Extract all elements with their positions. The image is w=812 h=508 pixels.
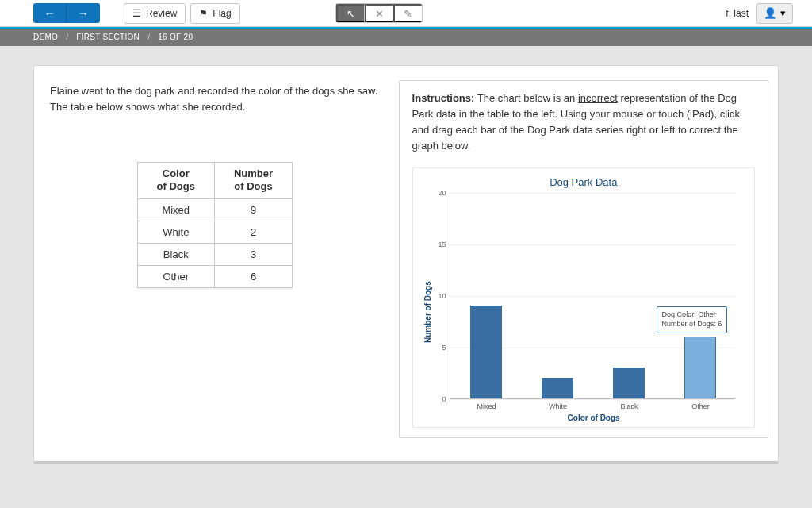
chart-xlabel: Color of Dogs — [451, 410, 737, 422]
dog-data-table: Colorof Dogs Numberof Dogs Mixed9White2B… — [137, 162, 293, 288]
tool-mode-group: ↖ ✕ ✎ — [335, 3, 423, 23]
cursor-tool-button[interactable]: ↖ — [336, 4, 365, 23]
instructions-card: Instructions: The chart below is an inco… — [399, 80, 768, 438]
clear-tool-button[interactable]: ✕ — [365, 4, 393, 23]
breadcrumb-demo[interactable]: DEMO — [33, 33, 58, 41]
avatar-icon: 👤 — [764, 7, 777, 19]
table-row: Mixed9 — [137, 198, 293, 221]
flag-label: Flag — [213, 8, 231, 19]
breadcrumb-progress: 16 OF 20 — [158, 33, 193, 41]
table-row: Other6 — [137, 265, 293, 287]
next-button[interactable]: → — [67, 3, 100, 23]
ytick-label: 20 — [439, 189, 446, 197]
instructions-label: Instructions: — [412, 92, 475, 104]
chart-plot[interactable]: Dog Color: OtherNumber of Dogs: 6 — [450, 193, 735, 399]
review-label: Review — [146, 8, 177, 19]
review-flag-group: ☰ Review ⚑ Flag — [124, 3, 240, 23]
cell-count: 3 — [214, 243, 292, 265]
ytick-label: 0 — [442, 395, 446, 403]
cell-count: 6 — [214, 265, 292, 287]
flag-button[interactable]: ⚑ Flag — [190, 3, 239, 24]
chart-title: Dog Park Data — [423, 176, 745, 188]
ytick-label: 15 — [439, 241, 446, 248]
instr-pre: The chart below is an — [474, 92, 578, 104]
cell-color: Black — [137, 243, 214, 265]
list-icon: ☰ — [132, 8, 141, 19]
cell-color: Mixed — [137, 198, 214, 221]
tooltip-line1: Dog Color: Other — [662, 310, 722, 320]
xtick-label: Other — [665, 399, 737, 410]
chart-bar[interactable] — [470, 306, 502, 398]
user-name: f. last — [726, 8, 749, 19]
arrow-right-icon: → — [78, 7, 89, 20]
breadcrumb-section[interactable]: FIRST SECTION — [76, 33, 140, 41]
xtick-label: Black — [594, 399, 665, 410]
prev-button[interactable]: ← — [33, 3, 67, 23]
top-toolbar: ← → ☰ Review ⚑ Flag ↖ ✕ ✎ f. last 👤 ▾ — [0, 0, 812, 27]
ytick-label: 5 — [442, 344, 446, 352]
wand-tool-button[interactable]: ✎ — [393, 4, 422, 23]
gridline — [450, 399, 735, 400]
breadcrumb-sep: / — [147, 33, 150, 41]
chart-plot-area: Number of Dogs 05101520 Dog Color: Other… — [423, 193, 745, 399]
wand-icon: ✎ — [404, 8, 412, 20]
table-header-color: Colorof Dogs — [137, 163, 214, 199]
question-left-col: Elaine went to the dog park and recorded… — [34, 80, 399, 447]
clear-icon: ✕ — [375, 8, 384, 20]
chart-ylabel: Number of Dogs — [423, 193, 432, 399]
instructions-text: Instructions: The chart below is an inco… — [412, 90, 755, 155]
table-row: Black3 — [137, 243, 293, 265]
table-row: White2 — [137, 221, 293, 243]
breadcrumb: DEMO / FIRST SECTION / 16 OF 20 — [0, 27, 812, 46]
chart-xticks: MixedWhiteBlackOther — [451, 399, 737, 410]
chart-container: Dog Park Data Number of Dogs 05101520 Do… — [412, 167, 755, 428]
cell-color: Other — [137, 265, 214, 287]
cell-color: White — [137, 221, 214, 243]
cell-count: 9 — [214, 198, 292, 221]
nav-button-group: ← → — [33, 3, 100, 23]
ytick-label: 10 — [439, 292, 446, 300]
cell-count: 2 — [214, 221, 292, 243]
user-area: f. last 👤 ▾ — [726, 0, 812, 26]
instr-underline: incorrect — [578, 92, 618, 104]
chart-bar[interactable] — [542, 378, 573, 398]
chart-bar[interactable] — [613, 368, 645, 398]
tooltip-line2: Number of Dogs: 6 — [662, 320, 722, 329]
flag-icon: ⚑ — [199, 8, 208, 19]
caret-down-icon: ▾ — [780, 7, 786, 19]
gridline — [450, 193, 735, 194]
question-prompt: Elaine went to the dog park and recorded… — [50, 83, 380, 114]
question-right-col: Instructions: The chart below is an inco… — [399, 80, 778, 447]
gridline — [450, 296, 735, 297]
xtick-label: Mixed — [451, 399, 523, 410]
chart-yaxis: 05101520 — [432, 193, 450, 399]
arrow-left-icon: ← — [44, 7, 56, 20]
question-card: Elaine went to the dog park and recorded… — [33, 65, 779, 464]
cursor-icon: ↖ — [347, 8, 355, 20]
user-menu-button[interactable]: 👤 ▾ — [756, 3, 793, 24]
review-button[interactable]: ☰ Review — [124, 3, 186, 24]
table-header-number: Numberof Dogs — [214, 163, 292, 199]
breadcrumb-sep: / — [66, 33, 68, 41]
chart-tooltip: Dog Color: OtherNumber of Dogs: 6 — [657, 306, 728, 333]
gridline — [450, 244, 735, 245]
xtick-label: White — [523, 399, 594, 410]
chart-bar[interactable] — [684, 337, 716, 398]
